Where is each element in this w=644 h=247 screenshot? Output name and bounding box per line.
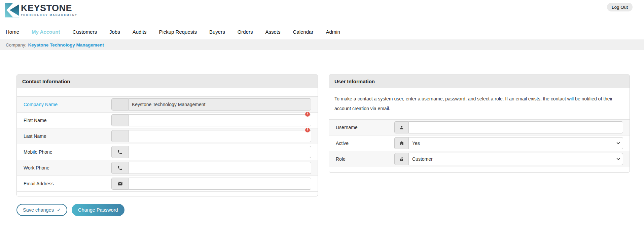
last-name-field[interactable] [128, 130, 311, 142]
mobile-phone-row: Mobile Phone [17, 144, 318, 160]
breadcrumb-company-link[interactable]: Keystone Technology Management [28, 42, 104, 48]
contact-information-panel: Contact Information Company Name First N… [16, 74, 318, 196]
blank-addon [111, 114, 128, 126]
username-row: Username [329, 119, 630, 135]
nav-item-audits[interactable]: Audits [133, 29, 147, 35]
log-out-button[interactable]: Log Out [607, 3, 633, 11]
nav-item-admin[interactable]: Admin [326, 29, 340, 35]
unlock-icon [394, 153, 408, 165]
validation-error-icon: ! [305, 128, 310, 132]
user-information-panel: User Information To make a contact a sys… [329, 74, 630, 173]
mobile-phone-field[interactable] [128, 146, 311, 158]
blank-addon [111, 98, 128, 111]
first-name-label: First Name [24, 118, 111, 123]
nav-item-pickup-requests[interactable]: Pickup Requests [159, 29, 197, 35]
nav-item-my-account[interactable]: My Account [32, 29, 60, 35]
save-changes-button[interactable]: Save changes ✓ [16, 204, 67, 216]
actions-bar: Save changes ✓ Change Password [16, 204, 644, 216]
role-select[interactable]: Customer [408, 153, 623, 165]
work-phone-row: Work Phone [17, 160, 318, 176]
last-name-label: Last Name [24, 133, 111, 139]
nav-item-assets[interactable]: Assets [265, 29, 280, 35]
active-row: Active Yes [329, 135, 630, 151]
change-password-button[interactable]: Change Password [72, 204, 124, 216]
home-icon [394, 137, 408, 149]
blank-addon [111, 130, 128, 142]
breadcrumb-prefix: Company: [6, 42, 27, 48]
nav-item-calendar[interactable]: Calendar [293, 29, 314, 35]
keystone-logo[interactable]: KEYSTONE TECHNOLOGY MANAGEMENT [5, 3, 77, 18]
username-label: Username [336, 125, 394, 130]
contact-panel-title: Contact Information [17, 75, 318, 88]
envelope-icon [111, 178, 128, 190]
company-name-field [128, 98, 311, 111]
nav-item-home[interactable]: Home [6, 29, 19, 35]
nav-item-buyers[interactable]: Buyers [209, 29, 225, 35]
first-name-field[interactable] [128, 114, 311, 126]
role-row: Role Customer [329, 151, 630, 167]
email-address-field[interactable] [128, 178, 311, 190]
work-phone-field[interactable] [128, 162, 311, 174]
app-header: KEYSTONE TECHNOLOGY MANAGEMENT Log Out [0, 0, 644, 24]
user-icon [394, 121, 408, 133]
nav-item-jobs[interactable]: Jobs [109, 29, 120, 35]
keystone-logo-icon [5, 3, 19, 18]
breadcrumb: Company: Keystone Technology Management [0, 39, 644, 50]
company-name-row: Company Name [17, 96, 318, 112]
validation-error-icon: ! [305, 112, 310, 117]
main-nav: Home My Account Customers Jobs Audits Pi… [0, 24, 644, 39]
user-panel-description: To make a contact a system user, enter a… [329, 88, 630, 114]
work-phone-label: Work Phone [24, 165, 111, 171]
main-content: Contact Information Company Name First N… [0, 74, 644, 196]
last-name-row: Last Name ! [17, 128, 318, 144]
active-select[interactable]: Yes [408, 137, 623, 149]
role-label: Role [336, 156, 394, 162]
first-name-row: First Name ! [17, 112, 318, 128]
mobile-phone-label: Mobile Phone [24, 149, 111, 155]
company-name-label[interactable]: Company Name [24, 102, 111, 107]
nav-item-customers[interactable]: Customers [72, 29, 97, 35]
check-icon: ✓ [57, 207, 61, 213]
active-label: Active [336, 141, 394, 146]
email-address-row: Email Address [17, 176, 318, 191]
logo-title: KEYSTONE [21, 4, 77, 12]
email-address-label: Email Address [24, 181, 111, 186]
user-panel-title: User Information [329, 75, 630, 88]
username-field[interactable] [408, 121, 623, 133]
nav-item-orders[interactable]: Orders [238, 29, 253, 35]
phone-icon [111, 162, 128, 174]
logo-subtitle: TECHNOLOGY MANAGEMENT [21, 13, 77, 17]
phone-icon [111, 146, 128, 158]
